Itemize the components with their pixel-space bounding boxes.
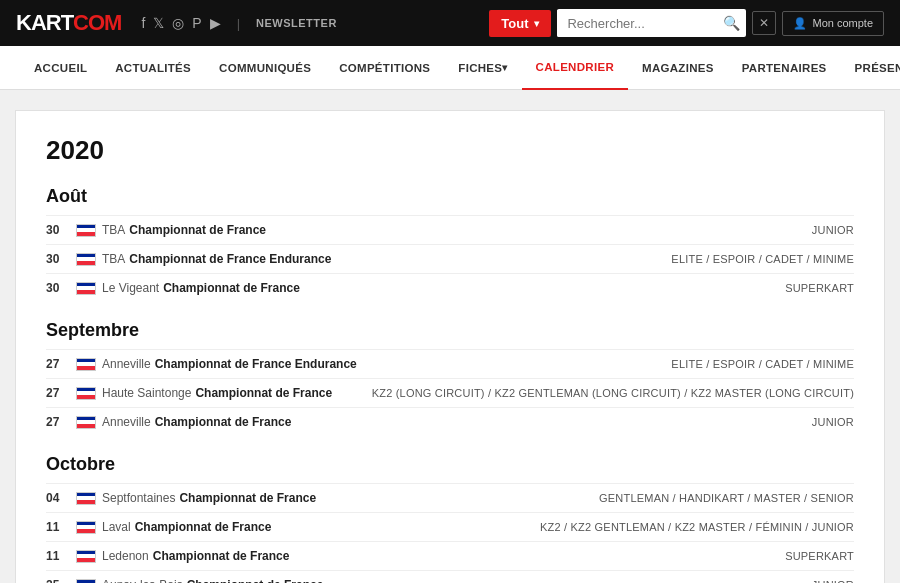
event-row[interactable]: 30 TBA Championnat de France Endurance E…	[46, 244, 854, 273]
nav-fiches[interactable]: FICHES	[444, 46, 521, 90]
nav-presentation[interactable]: PRÉSENTATION	[841, 46, 900, 90]
event-name: Championnat de France	[195, 386, 332, 400]
nav-competitions[interactable]: COMPÉTITIONS	[325, 46, 444, 90]
youtube-icon[interactable]: ▶	[210, 15, 221, 31]
event-row[interactable]: 30 TBA Championnat de France JUNIOR	[46, 215, 854, 244]
event-location: Anneville	[102, 357, 151, 371]
event-name: Championnat de France	[129, 223, 266, 237]
social-icons: f 𝕏 ◎ P ▶	[141, 15, 220, 31]
search-input-wrap: 🔍	[557, 9, 746, 37]
event-location: TBA	[102, 252, 125, 266]
event-location: TBA	[102, 223, 125, 237]
nav-magazines[interactable]: MAGAZINES	[628, 46, 728, 90]
category-dropdown[interactable]: Tout ▾	[489, 10, 551, 37]
event-name: Championnat de France	[155, 415, 292, 429]
logo-kart: KART	[16, 10, 73, 36]
month-title: Octobre	[46, 454, 854, 475]
france-flag	[76, 358, 96, 371]
event-categories: SUPERKART	[785, 550, 854, 562]
event-name: Championnat de France	[153, 549, 290, 563]
event-location: Anneville	[102, 415, 151, 429]
clear-button[interactable]: ✕	[752, 11, 776, 35]
event-date: 30	[46, 223, 76, 237]
event-row[interactable]: 27 Haute Saintonge Championnat de France…	[46, 378, 854, 407]
france-flag	[76, 282, 96, 295]
pinterest-icon[interactable]: P	[192, 15, 201, 31]
event-row[interactable]: 11 Laval Championnat de France KZ2 / KZ2…	[46, 512, 854, 541]
event-row[interactable]: 27 Anneville Championnat de France JUNIO…	[46, 407, 854, 436]
month-section: Septembre 27 Anneville Championnat de Fr…	[46, 320, 854, 436]
event-row[interactable]: 30 Le Vigeant Championnat de France SUPE…	[46, 273, 854, 302]
account-button[interactable]: 👤 Mon compte	[782, 11, 884, 36]
twitter-icon[interactable]: 𝕏	[153, 15, 164, 31]
event-name: Championnat de France	[179, 491, 316, 505]
event-date: 30	[46, 281, 76, 295]
month-title: Septembre	[46, 320, 854, 341]
event-name: Championnat de France	[163, 281, 300, 295]
event-date: 11	[46, 549, 76, 563]
event-categories: ELITE / ESPOIR / CADET / MINIME	[671, 253, 854, 265]
event-name: Championnat de France Endurance	[129, 252, 331, 266]
france-flag	[76, 550, 96, 563]
event-date: 04	[46, 491, 76, 505]
event-categories: JUNIOR	[812, 224, 854, 236]
event-categories: KZ2 / KZ2 GENTLEMAN / KZ2 MASTER / FÉMIN…	[540, 521, 854, 533]
event-location: Aunay-les-Bois	[102, 578, 183, 583]
newsletter-link[interactable]: NEWSLETTER	[256, 17, 337, 29]
france-flag	[76, 521, 96, 534]
event-name: Championnat de France	[187, 578, 324, 583]
event-location: Ledenon	[102, 549, 149, 563]
year-title: 2020	[46, 135, 854, 166]
event-location: Laval	[102, 520, 131, 534]
main-nav: ACCUEIL ACTUALITÉS COMMUNIQUÉS COMPÉTITI…	[0, 46, 900, 90]
search-button[interactable]: 🔍	[717, 9, 746, 37]
account-icon: 👤	[793, 17, 807, 30]
site-logo[interactable]: KARTCOM	[16, 10, 121, 36]
event-categories: JUNIOR	[812, 579, 854, 583]
france-flag	[76, 416, 96, 429]
calendar-months: Août 30 TBA Championnat de France JUNIOR…	[46, 186, 854, 583]
nav-partenaires[interactable]: PARTENAIRES	[728, 46, 841, 90]
instagram-icon[interactable]: ◎	[172, 15, 184, 31]
nav-accueil[interactable]: ACCUEIL	[20, 46, 101, 90]
event-row[interactable]: 04 Septfontaines Championnat de France G…	[46, 483, 854, 512]
france-flag	[76, 492, 96, 505]
event-name: Championnat de France	[135, 520, 272, 534]
event-date: 11	[46, 520, 76, 534]
event-row[interactable]: 25 Aunay-les-Bois Championnat de France …	[46, 570, 854, 583]
france-flag	[76, 253, 96, 266]
logo-com: COM	[73, 10, 121, 36]
event-date: 27	[46, 386, 76, 400]
event-date: 27	[46, 415, 76, 429]
event-date: 30	[46, 252, 76, 266]
event-date: 27	[46, 357, 76, 371]
event-categories: JUNIOR	[812, 416, 854, 428]
france-flag	[76, 387, 96, 400]
france-flag	[76, 224, 96, 237]
event-location: Septfontaines	[102, 491, 175, 505]
event-row[interactable]: 11 Ledenon Championnat de France SUPERKA…	[46, 541, 854, 570]
search-input[interactable]	[557, 10, 717, 37]
event-categories: SUPERKART	[785, 282, 854, 294]
month-title: Août	[46, 186, 854, 207]
nav-actualites[interactable]: ACTUALITÉS	[101, 46, 205, 90]
category-label: Tout	[501, 16, 528, 31]
month-section: Août 30 TBA Championnat de France JUNIOR…	[46, 186, 854, 302]
event-date: 25	[46, 578, 76, 583]
account-label: Mon compte	[812, 17, 873, 29]
event-categories: ELITE / ESPOIR / CADET / MINIME	[671, 358, 854, 370]
search-area: Tout ▾ 🔍 ✕ 👤 Mon compte	[489, 9, 884, 37]
event-categories: KZ2 (LONG CIRCUIT) / KZ2 GENTLEMAN (LONG…	[372, 387, 854, 399]
facebook-icon[interactable]: f	[141, 15, 145, 31]
event-name: Championnat de France Endurance	[155, 357, 357, 371]
chevron-down-icon: ▾	[534, 18, 539, 29]
nav-communiques[interactable]: COMMUNIQUÉS	[205, 46, 325, 90]
event-row[interactable]: 27 Anneville Championnat de France Endur…	[46, 349, 854, 378]
event-location: Le Vigeant	[102, 281, 159, 295]
nav-calendrier[interactable]: CALENDRIER	[522, 46, 628, 90]
pipe-divider: |	[237, 16, 240, 31]
event-location: Haute Saintonge	[102, 386, 191, 400]
main-content: 2020 Août 30 TBA Championnat de France J…	[15, 110, 885, 583]
month-section: Octobre 04 Septfontaines Championnat de …	[46, 454, 854, 583]
event-categories: GENTLEMAN / HANDIKART / MASTER / SENIOR	[599, 492, 854, 504]
